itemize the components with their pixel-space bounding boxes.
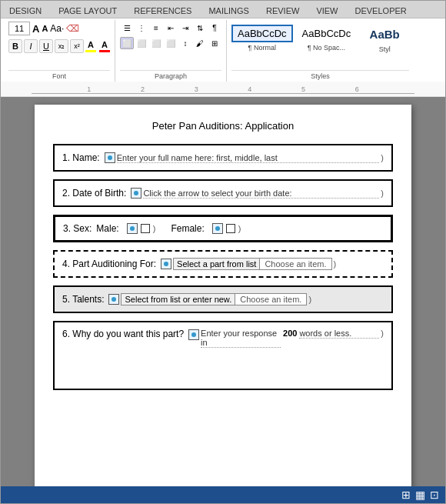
part-label: 4. Part Auditioning For: [62, 259, 156, 269]
document-page: Peter Pan Auditions: Application 1. Name… [35, 105, 411, 486]
ruler-1: 1 [62, 85, 116, 93]
font-grow-btn[interactable]: A [32, 23, 39, 35]
tab-references[interactable]: REFERENCES [125, 2, 200, 18]
superscript-button[interactable]: x² [70, 39, 84, 53]
name-section: 1. Name: Enter your full name here: firs… [53, 144, 393, 172]
sort-btn[interactable]: ⇅ [193, 22, 207, 34]
status-bar: ⊞ ▦ ⊡ [1, 486, 445, 503]
why-placeholder-end: words or less. [299, 329, 379, 339]
font-color-btn[interactable]: A [85, 40, 96, 52]
tab-view[interactable]: VIEW [308, 2, 346, 18]
highlight-btn[interactable]: A [99, 40, 110, 52]
paragraph-group: ☰ ⋮ ≡ ⇤ ⇥ ⇅ ¶ ⬜ ⬜ ⬜ ⬜ ↕ 🖌 ⊞ [115, 20, 227, 82]
underline-button[interactable]: U [39, 39, 53, 53]
why-placeholder-start: Enter your response in [201, 329, 281, 348]
why-label: 6. Why do you want this part? [62, 329, 184, 339]
part-section: 4. Part Auditioning For: Select a part f… [53, 250, 393, 278]
line-spacing-btn[interactable]: ↕ [178, 37, 192, 49]
sex-options: Male: ) Female: [96, 223, 383, 234]
name-placeholder: Enter your full name here: first, middle… [117, 153, 380, 163]
tab-review[interactable]: REVIEW [258, 2, 308, 18]
part-indicator [161, 259, 171, 269]
bullet-list-btn[interactable]: ☰ [120, 22, 134, 34]
tab-page-layout[interactable]: PAGE LAYOUT [50, 2, 125, 18]
font-group-label: Font [8, 70, 110, 80]
tab-design[interactable]: DESIGN [1, 2, 50, 18]
align-center-btn[interactable]: ⬜ [135, 37, 148, 49]
why-section: 6. Why do you want this part? Enter your… [53, 321, 393, 390]
italic-button[interactable]: I [24, 39, 38, 53]
female-checkbox-field[interactable]: ) [212, 223, 241, 234]
subscript-button[interactable]: x₂ [55, 39, 68, 53]
sex-section: 3. Sex: Male: ) Female: [53, 215, 393, 242]
clear-format-btn[interactable]: ⌫ [66, 23, 79, 34]
male-checkbox-field[interactable]: ) [127, 223, 156, 234]
talents-dropdown-btn[interactable]: Select from list or enter new. [121, 293, 235, 305]
dob-field[interactable]: Click the arrow to select your birth dat… [131, 188, 384, 199]
pilcrow-btn[interactable]: ¶ [208, 22, 221, 34]
numbered-list-btn[interactable]: ⋮ [135, 22, 148, 34]
male-checkbox[interactable] [141, 224, 150, 233]
dob-label: 2. Date of Birth: [62, 188, 126, 199]
border-btn[interactable]: ⊞ [208, 37, 221, 49]
font-group: A A Aa· ⌫ B I U x₂ x² A [4, 20, 115, 82]
ruler-2: 2 [116, 85, 170, 93]
ruler-3: 3 [169, 85, 223, 93]
male-label: Male: [96, 223, 118, 234]
align-left-btn[interactable]: ⬜ [120, 37, 134, 49]
talents-indicator [108, 294, 119, 305]
dob-section: 2. Date of Birth: Click the arrow to sel… [53, 179, 393, 207]
align-right-btn[interactable]: ⬜ [149, 37, 163, 49]
why-word-count: 200 [283, 329, 297, 338]
sex-label: 3. Sex: [63, 223, 92, 234]
zoom-icon[interactable]: ⊡ [430, 489, 439, 501]
document-title: Peter Pan Auditions: Application [53, 120, 393, 132]
why-field[interactable]: Enter your response in 200 words or less… [188, 329, 384, 348]
part-field: Select a part from list Choose an item. … [161, 258, 384, 270]
tab-developer[interactable]: DEVELOPER [347, 2, 415, 18]
part-dropdown-value[interactable]: Choose an item. [260, 258, 331, 270]
male-indicator [127, 223, 138, 234]
ruler: 1 2 3 4 5 6 [1, 82, 445, 97]
female-checkbox[interactable] [226, 224, 235, 233]
talents-field: Select from list or enter new. Choose an… [108, 293, 384, 305]
part-dropdown-btn[interactable]: Select a part from list [173, 258, 260, 270]
name-field[interactable]: Enter your full name here: first, middle… [105, 152, 384, 163]
bold-button[interactable]: B [8, 39, 22, 53]
tab-mailings[interactable]: MAILINGS [200, 2, 258, 18]
grid-icon[interactable]: ⊞ [401, 489, 411, 501]
layout-icon[interactable]: ▦ [415, 489, 425, 501]
female-indicator [212, 223, 223, 234]
align-justify-btn[interactable]: ⬜ [164, 37, 178, 49]
male-option: Male: ) [96, 223, 155, 234]
ribbon-content: A A Aa· ⌫ B I U x₂ x² A [1, 18, 445, 82]
app-window: DESIGN PAGE LAYOUT REFERENCES MAILINGS R… [0, 0, 446, 504]
ruler-6: 6 [330, 85, 384, 93]
dob-placeholder: Click the arrow to select your birth dat… [143, 189, 379, 199]
ruler-5: 5 [277, 85, 331, 93]
name-indicator [105, 152, 115, 163]
dob-indicator [131, 188, 141, 199]
talents-label: 5. Talents: [62, 294, 104, 305]
ribbon-tabs: DESIGN PAGE LAYOUT REFERENCES MAILINGS R… [1, 1, 445, 18]
styles-group: AaBbCcDc ¶ Normal AaBbCcDc ¶ No Spac... … [227, 20, 414, 82]
female-option: Female: ) [171, 223, 241, 234]
talents-dropdown-value[interactable]: Choose an item. [235, 293, 307, 305]
styles-group-label: Styles [231, 70, 409, 80]
outline-list-btn[interactable]: ≡ [149, 22, 163, 34]
name-label: 1. Name: [62, 152, 100, 163]
style-nospace-item[interactable]: AaBbCcDc ¶ No Spac... [296, 25, 358, 52]
shading-btn[interactable]: 🖌 [193, 37, 207, 49]
female-label: Female: [171, 223, 204, 234]
why-indicator [188, 329, 199, 340]
ruler-4: 4 [223, 85, 277, 93]
style-h1-item[interactable]: AaBb Styl [360, 25, 409, 53]
font-name-btn[interactable]: Aa· [50, 23, 64, 34]
font-size-input[interactable] [8, 22, 30, 35]
style-normal-item[interactable]: AaBbCcDc ¶ Normal [231, 25, 293, 52]
document-area: Peter Pan Auditions: Application 1. Name… [1, 97, 445, 486]
indent-decrease-btn[interactable]: ⇤ [164, 22, 178, 34]
indent-increase-btn[interactable]: ⇥ [178, 22, 192, 34]
paragraph-group-label: Paragraph [120, 70, 221, 80]
font-shrink-btn[interactable]: A [42, 24, 48, 33]
